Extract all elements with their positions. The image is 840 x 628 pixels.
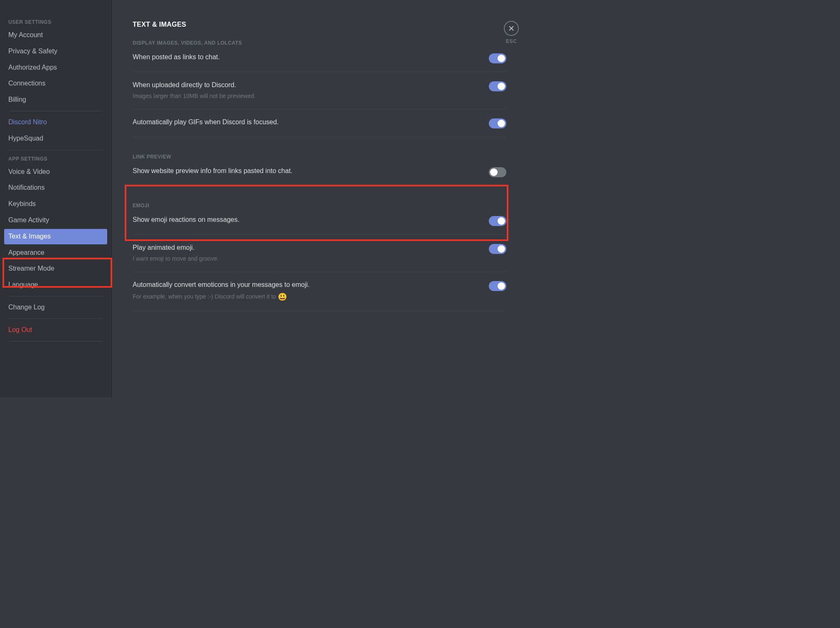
- section-header-emoji: EMOJI: [133, 203, 506, 208]
- setting-row-emoji-reactions: Show emoji reactions on messages.: [133, 215, 506, 235]
- setting-label: Show emoji reactions on messages.: [133, 215, 480, 224]
- sidebar-item-connections[interactable]: Connections: [4, 76, 107, 91]
- setting-desc: Images larger than 10MB will not be prev…: [133, 92, 480, 100]
- sidebar-item-my-account[interactable]: My Account: [4, 28, 107, 43]
- sidebar-item-language[interactable]: Language: [4, 277, 107, 293]
- setting-row-posted-links: When posted as links to chat.: [133, 53, 506, 72]
- setting-label: Show website preview info from links pas…: [133, 166, 480, 176]
- setting-desc: I want emoji to move and groove.: [133, 255, 480, 263]
- toggle-posted-links[interactable]: [489, 53, 506, 63]
- settings-sidebar: USER SETTINGS My Account Privacy & Safet…: [0, 0, 112, 397]
- sidebar-item-notifications[interactable]: Notifications: [4, 180, 107, 196]
- close-area: ESC: [504, 21, 519, 44]
- sidebar-item-privacy-safety[interactable]: Privacy & Safety: [4, 44, 107, 59]
- setting-label: Automatically convert emoticons in your …: [133, 280, 480, 289]
- sidebar-item-game-activity[interactable]: Game Activity: [4, 213, 107, 228]
- setting-row-link-preview: Show website preview info from links pas…: [133, 166, 506, 186]
- sidebar-header-user-settings: USER SETTINGS: [4, 17, 107, 28]
- toggle-link-preview[interactable]: [489, 167, 506, 177]
- sidebar-item-voice-video[interactable]: Voice & Video: [4, 164, 107, 180]
- toggle-convert-emoticons[interactable]: [489, 281, 506, 291]
- settings-content: ESC TEXT & IMAGES DISPLAY IMAGES, VIDEOS…: [112, 0, 531, 397]
- toggle-emoji-reactions[interactable]: [489, 216, 506, 226]
- toggle-autoplay-gifs[interactable]: [489, 118, 506, 128]
- sidebar-item-authorized-apps[interactable]: Authorized Apps: [4, 60, 107, 75]
- page-title: TEXT & IMAGES: [133, 21, 506, 28]
- toggle-uploaded-directly[interactable]: [489, 81, 506, 91]
- setting-desc-text: For example, when you type :-) Discord w…: [133, 294, 278, 300]
- setting-label: Automatically play GIFs when Discord is …: [133, 118, 480, 127]
- setting-desc: For example, when you type :-) Discord w…: [133, 292, 480, 302]
- sidebar-header-app-settings: APP SETTINGS: [4, 153, 107, 164]
- sidebar-item-discord-nitro[interactable]: Discord Nitro: [4, 115, 107, 130]
- sidebar-separator: [8, 341, 103, 342]
- sidebar-separator: [8, 111, 103, 111]
- smile-emoji-icon: 😃: [278, 292, 287, 302]
- sidebar-separator: [8, 319, 103, 319]
- toggle-animated-emoji[interactable]: [489, 244, 506, 254]
- setting-row-animated-emoji: Play animated emoji. I want emoji to mov…: [133, 243, 506, 272]
- setting-row-convert-emoticons: Automatically convert emoticons in your …: [133, 280, 506, 311]
- sidebar-item-log-out[interactable]: Log Out: [4, 322, 107, 338]
- sidebar-item-text-images[interactable]: Text & Images: [4, 229, 107, 244]
- section-header-display: DISPLAY IMAGES, VIDEOS, AND LOLCATS: [133, 40, 506, 46]
- close-button[interactable]: [504, 21, 519, 36]
- setting-label: When posted as links to chat.: [133, 53, 480, 62]
- sidebar-separator: [8, 296, 103, 296]
- section-header-link-preview: LINK PREVIEW: [133, 154, 506, 160]
- setting-label: Play animated emoji.: [133, 243, 480, 252]
- sidebar-item-appearance[interactable]: Appearance: [4, 245, 107, 261]
- close-icon: [508, 25, 515, 32]
- sidebar-separator: [8, 150, 103, 150]
- close-label: ESC: [504, 38, 519, 44]
- setting-row-autoplay-gifs: Automatically play GIFs when Discord is …: [133, 118, 506, 137]
- setting-row-uploaded-directly: When uploaded directly to Discord. Image…: [133, 80, 506, 109]
- sidebar-item-keybinds[interactable]: Keybinds: [4, 196, 107, 212]
- sidebar-item-hypesquad[interactable]: HypeSquad: [4, 131, 107, 146]
- sidebar-item-billing[interactable]: Billing: [4, 92, 107, 108]
- sidebar-item-change-log[interactable]: Change Log: [4, 300, 107, 315]
- setting-label: When uploaded directly to Discord.: [133, 80, 480, 90]
- sidebar-item-streamer-mode[interactable]: Streamer Mode: [4, 261, 107, 276]
